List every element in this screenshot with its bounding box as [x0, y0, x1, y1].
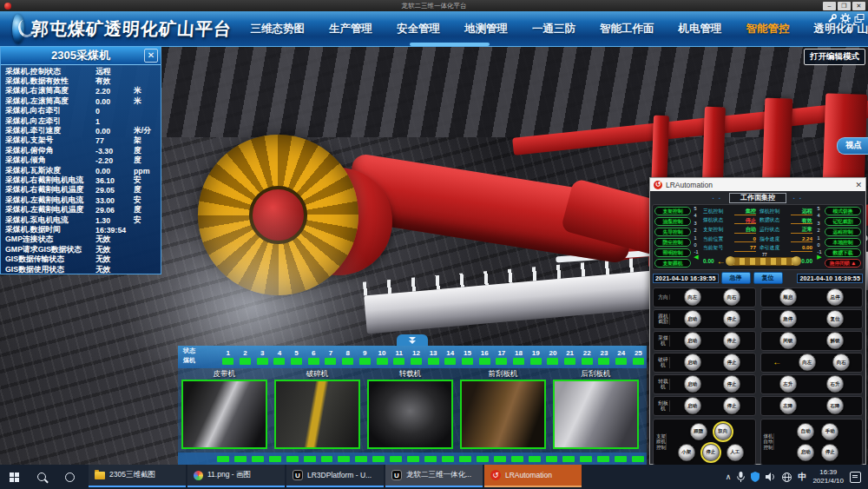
- green-button[interactable]: 记忆截割: [825, 217, 861, 226]
- taskbar-app[interactable]: ↺LRAutomation: [484, 465, 582, 487]
- ime-indicator[interactable]: 中: [798, 471, 806, 483]
- round-button[interactable]: 解锁: [826, 332, 844, 349]
- nav-item[interactable]: 透明化矿山: [814, 22, 868, 36]
- nav-item[interactable]: 一通三防: [532, 22, 575, 36]
- round-button[interactable]: 急停: [779, 310, 797, 327]
- round-button[interactable]: 向左: [799, 354, 816, 371]
- camera-tile[interactable]: 皮带机: [181, 368, 268, 449]
- green-button[interactable]: 支架跟机: [654, 259, 691, 268]
- row-label: 采煤机.左截割电机温度: [5, 205, 95, 215]
- round-button[interactable]: 复位: [826, 310, 844, 327]
- clock[interactable]: 16:39 2021/4/10: [812, 468, 844, 486]
- close-button[interactable]: ✕: [852, 2, 865, 10]
- task-view-button[interactable]: [56, 465, 83, 489]
- round-button[interactable]: 总停: [826, 288, 844, 306]
- round-button[interactable]: 停止: [723, 310, 740, 327]
- camera-tile[interactable]: 前刮板机: [459, 368, 547, 449]
- green-button[interactable]: 本地控制: [825, 238, 861, 247]
- camera-tile[interactable]: 后刮板机: [552, 368, 640, 449]
- tray-expand-icon[interactable]: ∧: [726, 472, 732, 481]
- round-button[interactable]: 启动: [797, 444, 814, 461]
- green-button[interactable]: 防尘控制: [654, 238, 691, 247]
- round-button[interactable]: 停止: [723, 354, 740, 371]
- row-buttons: 左升右升: [765, 375, 859, 393]
- round-button[interactable]: 启动: [684, 310, 701, 327]
- green-button[interactable]: 油泵控制: [654, 217, 691, 226]
- round-button[interactable]: 双向: [714, 423, 732, 440]
- round-button[interactable]: 向右: [832, 354, 850, 371]
- taskbar-app[interactable]: U龙软二三维一体化...: [385, 465, 483, 487]
- green-button[interactable]: 照明控制: [654, 248, 691, 257]
- round-button[interactable]: 自动: [797, 423, 814, 440]
- round-button[interactable]: 左降: [779, 397, 797, 414]
- nav-item[interactable]: 三维态势图: [251, 22, 306, 36]
- edit-mode-button[interactable]: 打开编辑模式: [804, 49, 865, 65]
- nav-item[interactable]: 安全管理: [397, 22, 440, 36]
- panel-close-button[interactable]: ✕: [144, 49, 158, 63]
- round-button[interactable]: 向左: [684, 288, 701, 306]
- round-button[interactable]: 左升: [779, 375, 797, 393]
- collapse-chevron-button[interactable]: [397, 334, 428, 346]
- estop-blue-button[interactable]: 急停: [721, 272, 751, 284]
- microphone-icon[interactable]: [737, 472, 745, 482]
- settings-gear-icon[interactable]: [840, 13, 851, 23]
- green-button[interactable]: 远程控制: [825, 228, 861, 236]
- round-button[interactable]: 跟随: [690, 423, 707, 440]
- round-button[interactable]: 手动: [821, 423, 838, 440]
- round-button[interactable]: 启动: [684, 332, 701, 349]
- start-button[interactable]: [0, 465, 28, 489]
- nav-item[interactable]: 地测管理: [464, 22, 508, 36]
- layout-restore-icon[interactable]: [854, 14, 865, 23]
- round-button[interactable]: 启动: [684, 375, 701, 393]
- nav-item[interactable]: 机电管理: [679, 22, 722, 36]
- status-square: [632, 456, 644, 462]
- camera-tile[interactable]: 转载机: [366, 368, 454, 449]
- viewpoint-tab[interactable]: 视点: [837, 137, 868, 155]
- tab-workface-control[interactable]: 工作面集控: [729, 193, 786, 203]
- green-button[interactable]: 支架控制: [654, 207, 691, 215]
- lrautomation-close-button[interactable]: ✕: [855, 181, 862, 189]
- green-button[interactable]: 模式切换: [825, 207, 861, 215]
- chevron-down-icon: [409, 340, 416, 344]
- taskbar-app[interactable]: ULR3DPlatform - U...: [286, 465, 384, 487]
- nav-item[interactable]: 智能管控: [746, 22, 790, 36]
- round-button[interactable]: 小架: [678, 444, 695, 461]
- round-button[interactable]: 停止: [723, 375, 740, 393]
- round-button[interactable]: 启动: [684, 397, 701, 414]
- security-shield-icon[interactable]: [751, 472, 760, 482]
- minimize-button[interactable]: –: [823, 2, 836, 10]
- taskbar-app[interactable]: 2305三维截图: [89, 465, 186, 487]
- control-row: 跟机截割启动停止: [653, 309, 756, 330]
- nav-item[interactable]: 智能工作面: [600, 22, 654, 36]
- search-button[interactable]: [28, 465, 56, 489]
- camera-tile[interactable]: 破碎机: [273, 368, 361, 449]
- volume-icon[interactable]: [766, 472, 776, 481]
- bar-support-number: 77: [762, 252, 767, 257]
- reset-blue-button[interactable]: 复位: [753, 272, 783, 284]
- gauge-tick: 2: [694, 228, 699, 234]
- notification-icon[interactable]: [850, 472, 861, 483]
- round-button[interactable]: 人工: [727, 444, 744, 461]
- support-number: 2: [243, 350, 247, 357]
- round-button[interactable]: 停止: [723, 397, 740, 414]
- group-row: 小架停止人工: [678, 444, 744, 461]
- round-button[interactable]: 向右: [723, 288, 740, 306]
- round-button[interactable]: 右降: [826, 397, 844, 414]
- estop-button[interactable]: 急停闭锁 ▲: [825, 259, 861, 268]
- maximize-button[interactable]: ❐: [838, 2, 851, 10]
- tools-icon[interactable]: [827, 14, 837, 23]
- round-button[interactable]: 顺启: [779, 288, 797, 306]
- network-globe-icon[interactable]: [782, 472, 792, 482]
- round-button[interactable]: 闭锁: [779, 332, 797, 349]
- round-button[interactable]: 停止: [821, 444, 838, 461]
- green-button[interactable]: 数据下载: [825, 248, 861, 257]
- round-button[interactable]: 停止: [723, 332, 740, 349]
- round-button[interactable]: 右升: [826, 375, 844, 393]
- nav-item[interactable]: 生产管理: [329, 22, 372, 36]
- taskbar-app[interactable]: 11.png - 画图: [187, 465, 285, 487]
- green-button[interactable]: 先导控制: [654, 228, 691, 236]
- round-button[interactable]: 停止: [702, 444, 720, 461]
- round-button[interactable]: 启动: [684, 354, 701, 371]
- taskbar: 2305三维截图11.png - 画图ULR3DPlatform - U...U…: [0, 465, 868, 489]
- lrautomation-titlebar: ↺ LRAutomation ✕: [650, 178, 865, 191]
